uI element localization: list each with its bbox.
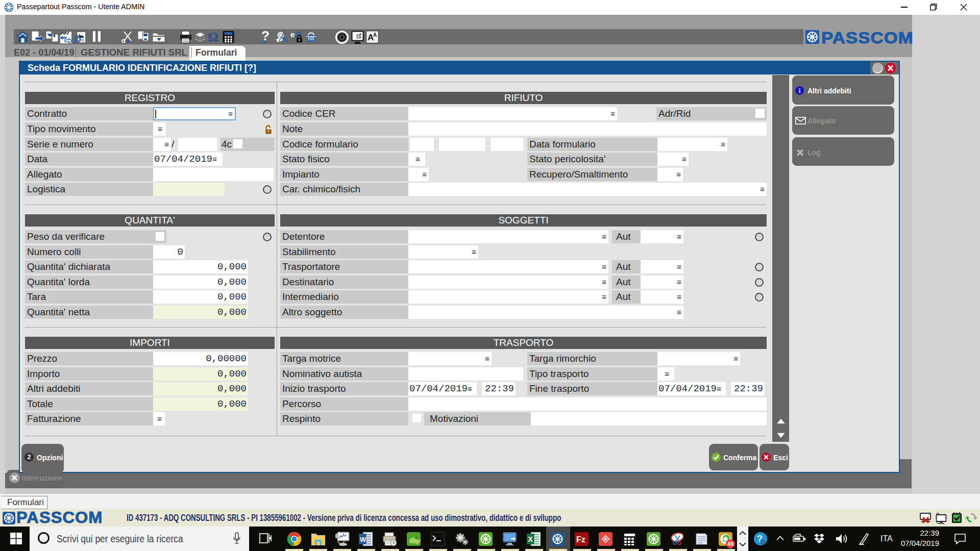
svg-text:X: X: [528, 535, 533, 543]
svg-text:W: W: [360, 536, 366, 543]
svg-text:A: A: [373, 32, 377, 38]
svg-text:Fz: Fz: [576, 535, 585, 544]
svg-text:e: e: [290, 30, 295, 39]
